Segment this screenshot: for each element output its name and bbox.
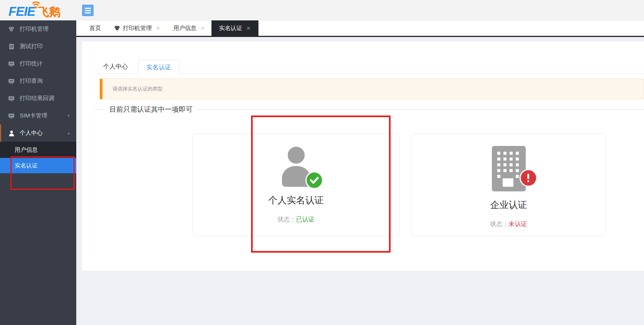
tab-realname-verification[interactable]: 实名认证 (138, 60, 179, 74)
alert-text: 请选择实名认证的类型 (102, 85, 163, 92)
tab-user-info[interactable]: 用户信息 ✕ (167, 20, 211, 36)
window-tab-bar: 首页 打印机管理 ✕ 用户信息 ✕ 实名认证 ✕ (76, 20, 644, 37)
section-divider: 目前只需认证其中一项即可 (95, 105, 644, 114)
sidebar-item-label: 个人中心 (20, 129, 43, 137)
chevron-up-icon: ▴ (67, 131, 70, 136)
card-status: 状态：已认证 (278, 216, 315, 224)
tab-personal-center[interactable]: 个人中心 (95, 59, 136, 74)
app-root: FEIE 飞鹅 打印机管理 测试打印 (0, 0, 644, 325)
tab-label: 实名认证 (219, 25, 242, 32)
close-icon[interactable]: ✕ (201, 25, 205, 31)
verified-check-badge-icon (305, 171, 323, 189)
status-label: 状态： (278, 216, 296, 223)
personal-auth-card[interactable]: 个人实名认证 状态：已认证 (193, 134, 399, 236)
sidebar-item-personal-center[interactable]: 个人中心 ▴ (0, 124, 76, 142)
card-title: 个人实名认证 (268, 194, 324, 206)
monitor-chart-icon (8, 60, 15, 67)
sidebar: 打印机管理 测试打印 打印统计 打印查询 打印结果回调 (0, 20, 76, 325)
sidebar-subitem-realname-auth[interactable]: 实名认证 (0, 158, 76, 173)
status-label: 状态： (490, 221, 509, 227)
sidebar-toggle-button[interactable] (82, 5, 94, 16)
status-value: 已认证 (296, 216, 315, 223)
unverified-exclamation-badge-icon (520, 169, 537, 187)
sidebar-subitem-label: 实名认证 (15, 162, 38, 169)
close-icon[interactable]: ✕ (156, 25, 160, 31)
content-tabs: 个人中心 实名认证 (95, 60, 644, 74)
user-icon (8, 130, 15, 136)
sidebar-item-sim-card-management[interactable]: SIM卡管理 ▾ (0, 107, 76, 124)
monitor-chart-icon (8, 78, 15, 84)
header: FEIE 飞鹅 (0, 0, 644, 20)
monitor-chart-icon (8, 95, 15, 102)
personal-center-submenu: 用户信息 实名认证 (0, 142, 76, 189)
card-title: 企业认证 (490, 199, 527, 211)
sidebar-item-label: 打印结果回调 (20, 95, 54, 102)
building-icon (492, 146, 526, 193)
alert-warning: 请选择实名认证的类型 (100, 79, 644, 99)
sidebar-item-print-query[interactable]: 打印查询 (0, 72, 76, 90)
wifi-signal-icon (32, 2, 42, 9)
close-icon[interactable]: ✕ (247, 25, 251, 31)
enterprise-auth-card[interactable]: 企业认证 状态：未认证 (411, 134, 606, 236)
divider-line-left (95, 109, 105, 110)
tab-printer-management[interactable]: 打印机管理 ✕ (107, 20, 167, 36)
sidebar-item-label: 打印机管理 (20, 25, 49, 33)
person-icon (276, 146, 316, 188)
feie-logo: FEIE 飞鹅 (8, 3, 60, 19)
sidebar-item-printer-management[interactable]: 打印机管理 (0, 20, 76, 38)
printer-icon (114, 25, 120, 31)
printer-icon (8, 26, 15, 32)
status-value: 未认证 (509, 221, 527, 227)
logo-text-en: FEIE (8, 4, 35, 19)
monitor-chart-icon (8, 112, 15, 119)
content-panel: 个人中心 实名认证 请选择实名认证的类型 目前只需认证其中一项即可 (82, 42, 644, 271)
sidebar-item-label: 测试打印 (20, 43, 43, 50)
document-icon (8, 43, 15, 50)
tab-label: 打印机管理 (123, 25, 152, 32)
tab-home[interactable]: 首页 (83, 20, 107, 36)
chevron-down-icon: ▾ (67, 113, 70, 118)
tab-realname-auth[interactable]: 实名认证 ✕ (211, 20, 258, 36)
sidebar-item-print-result-callback[interactable]: 打印结果回调 (0, 90, 76, 107)
tab-label: 用户信息 (173, 25, 196, 32)
auth-cards-row: 个人实名认证 状态：已认证 (193, 134, 644, 236)
tab-label: 首页 (89, 25, 101, 32)
sidebar-item-label: 打印统计 (20, 60, 43, 67)
submenu-spacer (0, 173, 76, 189)
card-status: 状态：未认证 (490, 220, 527, 228)
sidebar-item-label: SIM卡管理 (20, 112, 47, 119)
main-area: 个人中心 实名认证 请选择实名认证的类型 目前只需认证其中一项即可 (76, 37, 644, 325)
sidebar-item-print-statistics[interactable]: 打印统计 (0, 55, 76, 72)
divider-line-right (197, 109, 644, 110)
sidebar-item-label: 打印查询 (20, 77, 43, 85)
sidebar-item-test-print[interactable]: 测试打印 (0, 38, 76, 55)
sidebar-subitem-user-info[interactable]: 用户信息 (0, 142, 76, 158)
menu-icon (82, 5, 94, 16)
divider-text: 目前只需认证其中一项即可 (109, 105, 193, 114)
sidebar-subitem-label: 用户信息 (15, 146, 38, 154)
